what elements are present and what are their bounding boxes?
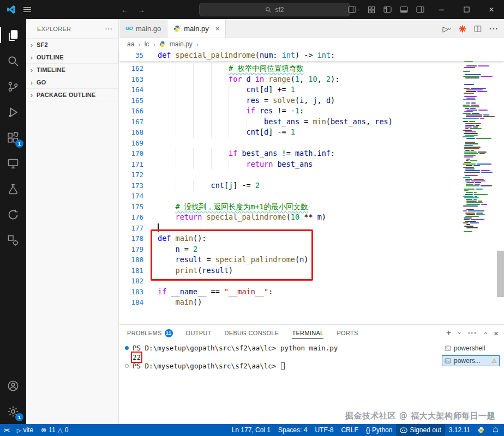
tab-terminal[interactable]: TERMINAL	[292, 325, 323, 341]
maximize-button[interactable]	[454, 0, 479, 19]
eol-item[interactable]: CRLF	[337, 424, 362, 436]
line-number[interactable]: 174	[119, 191, 143, 202]
line-number[interactable]: 166	[119, 106, 143, 117]
terminal-line[interactable]: PS D:\mysetup\gopath\src\sf2\aa\lc>	[125, 362, 439, 371]
minimap[interactable]	[463, 50, 496, 253]
settings-icon[interactable]: 1	[0, 398, 26, 424]
run-python-button[interactable]: ▷›	[443, 25, 451, 33]
terminal-instance-item[interactable]: powers...⚠	[442, 355, 500, 366]
code-line[interactable]: 176return special_palindrome(10 ** m)	[119, 212, 504, 223]
code-line[interactable]: 175# 没找到，返回长度为m+1的最小回文数	[119, 202, 504, 213]
toggle-secondary-sidebar-icon[interactable]	[416, 6, 424, 13]
tab-problems[interactable]: PROBLEMS 11	[127, 325, 173, 341]
terminal-line[interactable]: PS D:\mysetup\gopath\src\sf2\aa\lc> pyth…	[125, 343, 439, 353]
python-logo-icon[interactable]	[474, 424, 488, 436]
close-tab-icon[interactable]: ×	[215, 25, 220, 33]
code-line[interactable]: 170if best_ans != math.inf:	[119, 148, 504, 159]
search-icon[interactable]	[0, 48, 26, 74]
line-number[interactable]: 167	[119, 117, 143, 128]
remote-explorer-icon[interactable]	[0, 150, 26, 176]
notifications-bell-icon[interactable]	[488, 424, 504, 436]
grid-layout-icon[interactable]	[368, 6, 375, 14]
breadcrumb[interactable]: aa › lc › main.py ›	[119, 38, 504, 50]
line-number[interactable]: 164	[119, 84, 143, 95]
line-number[interactable]: 170	[119, 148, 143, 159]
line-number[interactable]: 173	[119, 180, 143, 191]
tab-ports[interactable]: PORTS	[337, 325, 358, 341]
code-line[interactable]: 163for d in range(1, 10, 2):	[119, 74, 504, 85]
code-line[interactable]: 173cnt[j] -= 2	[119, 180, 504, 191]
terminal-instance-item[interactable]: powershell	[442, 343, 500, 354]
code-line[interactable]: 162# 枚举中间位置填奇数	[119, 63, 504, 74]
sidebar-section-package-outline[interactable]: ›PACKAGE OUTLINE	[26, 88, 118, 101]
language-item[interactable]: {} Python	[362, 424, 397, 436]
terminal-dropdown-icon[interactable]: ›	[457, 332, 463, 334]
line-number[interactable]: 171	[119, 159, 143, 170]
code-line[interactable]: 166if res != -1:	[119, 106, 504, 117]
code-line[interactable]: 167best_ans = min(best_ans, res)	[119, 117, 504, 128]
line-number[interactable]: 178	[119, 233, 143, 244]
line-number[interactable]: 177	[119, 223, 143, 234]
maximize-panel-icon[interactable]: ›	[482, 332, 489, 334]
indentation-item[interactable]: Spaces: 4	[274, 424, 311, 436]
close-button[interactable]: ×	[479, 0, 504, 19]
editor-tab-main-go[interactable]: GOmain.go	[119, 19, 167, 38]
sidebar-section-sf2[interactable]: ›SF2	[26, 38, 118, 51]
line-number[interactable]: 162	[119, 63, 143, 74]
layout-menu-icon[interactable]: ›	[348, 6, 359, 13]
line-number[interactable]: 184	[119, 297, 143, 308]
code-line[interactable]: 169	[119, 138, 504, 149]
vite-status-item[interactable]: ▷ vite	[13, 424, 37, 436]
editor-tab-main-py[interactable]: main.py×	[167, 19, 226, 38]
cursor-position-item[interactable]: Ln 177, Col 1	[228, 424, 274, 436]
code-line[interactable]: 164cnt[d] += 1	[119, 84, 504, 95]
breadcrumb-item[interactable]: lc	[145, 40, 149, 48]
code-line[interactable]: 183if __name__ == "__main__":	[119, 287, 504, 298]
code-line[interactable]: 35def special_palindrome(num: int) -> in…	[119, 50, 504, 61]
sidebar-more-icon[interactable]: ···	[105, 26, 113, 32]
code-line[interactable]: 168cnt[d] -= 1	[119, 127, 504, 138]
code-line[interactable]: 172	[119, 169, 504, 180]
back-icon[interactable]: ←	[121, 5, 129, 14]
code-line[interactable]: 171return best_ans	[119, 159, 504, 170]
breadcrumb-item[interactable]: main.py	[170, 40, 193, 48]
editor-more-icon[interactable]: ···	[489, 25, 499, 33]
line-number[interactable]: 35	[119, 50, 143, 61]
sidebar-section-go[interactable]: ›GO	[26, 76, 118, 88]
code-line[interactable]: 184main()	[119, 297, 504, 308]
breadcrumb-item[interactable]: aa	[127, 40, 134, 48]
signed-out-item[interactable]: Signed out	[396, 424, 445, 436]
line-number[interactable]: 165	[119, 95, 143, 106]
sticky-scroll-line[interactable]: 35def special_palindrome(num: int) -> in…	[119, 50, 504, 61]
sidebar-section-timeline[interactable]: ›TIMELINE	[26, 63, 118, 76]
tools-icon[interactable]	[0, 227, 26, 253]
forward-icon[interactable]: →	[137, 5, 145, 14]
line-number[interactable]: 163	[119, 74, 143, 85]
extensions-icon[interactable]: 1	[0, 125, 26, 150]
code-line[interactable]: 165res = solve(i, j, d)	[119, 95, 504, 106]
sidebar-section-outline[interactable]: ›OUTLINE	[26, 51, 118, 63]
run-debug-icon[interactable]	[0, 99, 26, 125]
extension-action-icon[interactable]	[459, 25, 466, 33]
minimize-button[interactable]: ─	[429, 0, 454, 19]
line-number[interactable]: 169	[119, 138, 143, 149]
remote-indicator[interactable]: ><	[0, 424, 13, 436]
panel-more-icon[interactable]: ···	[468, 329, 477, 337]
toggle-sidebar-icon[interactable]	[383, 6, 392, 13]
sync-icon[interactable]	[0, 202, 26, 227]
line-number[interactable]: 168	[119, 127, 143, 138]
split-editor-icon[interactable]	[474, 25, 482, 33]
terminal-line[interactable]: 22	[125, 353, 439, 362]
tab-output[interactable]: OUTPUT	[186, 325, 212, 341]
command-center-search[interactable]: sf2	[199, 3, 350, 16]
menu-icon[interactable]	[23, 5, 31, 14]
editor-scrollbar[interactable]	[497, 251, 504, 297]
line-number[interactable]: 179	[119, 244, 143, 255]
code-area[interactable]: 162# 枚举中间位置填奇数163for d in range(1, 10, 2…	[119, 62, 504, 324]
encoding-item[interactable]: UTF-8	[311, 424, 337, 436]
toggle-panel-icon[interactable]	[400, 6, 408, 13]
problems-status-item[interactable]: ⊗11 △0	[37, 424, 72, 436]
account-icon[interactable]	[0, 373, 26, 398]
line-number[interactable]: 172	[119, 169, 143, 180]
tab-debug-console[interactable]: DEBUG CONSOLE	[225, 325, 279, 341]
